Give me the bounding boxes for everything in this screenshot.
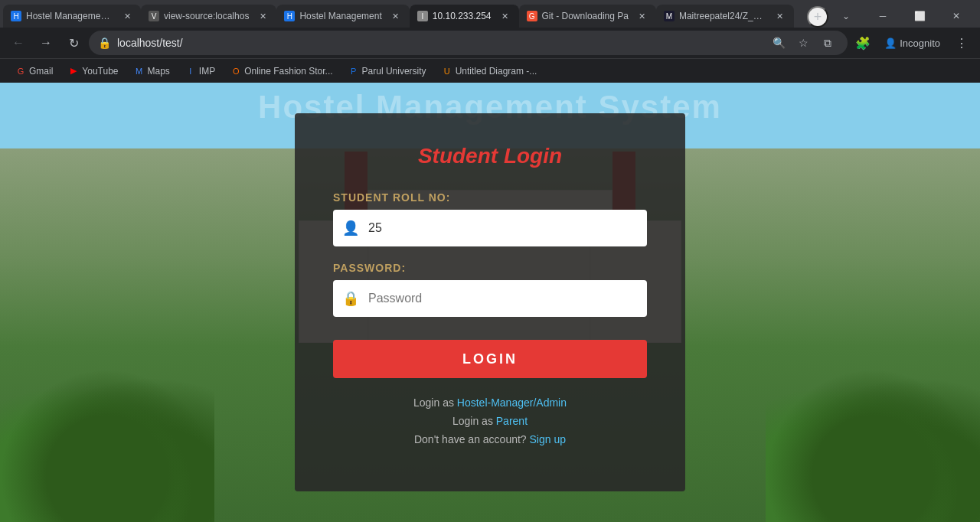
bookmark-favicon: G: [15, 66, 26, 77]
address-bar-row: ← → ↻ 🔒 localhost/test/ 🔍 ☆ ⧉ 🧩 👤 Incogn…: [0, 28, 980, 58]
tab-tab-ip[interactable]: I 10.10.233.254 ✕: [410, 5, 519, 28]
password-input[interactable]: [368, 280, 647, 317]
lock-icon: 🔒: [98, 37, 111, 49]
bookmark-parul-university[interactable]: P Parul University: [342, 63, 433, 80]
bookmark-star-icon[interactable]: ☆: [792, 32, 814, 54]
tab-tab-hostel1[interactable]: H Hostel Management S ✕: [3, 5, 141, 28]
login-title: Student Login: [333, 144, 647, 168]
tab-close-icon[interactable]: ✕: [499, 10, 511, 22]
tab-title: Git - Downloading Pa: [542, 11, 629, 21]
profile-label: Incognito: [900, 38, 940, 49]
bookmark-label: Gmail: [29, 66, 53, 77]
tab-favicon: H: [284, 11, 295, 21]
hostel-manager-prefix: Login as: [413, 396, 457, 409]
bookmark-favicon: M: [134, 66, 145, 77]
hostel-manager-link[interactable]: Hostel-Manager/Admin: [457, 396, 567, 409]
address-text: localhost/test/: [117, 37, 762, 49]
tab-share-icon[interactable]: ⧉: [817, 32, 838, 54]
bookmark-favicon: P: [348, 66, 359, 77]
tab-tab-viewsource[interactable]: V view-source:localhos ✕: [141, 5, 276, 28]
tab-favicon: V: [149, 11, 159, 21]
new-tab-button[interactable]: +: [807, 6, 828, 28]
roll-input-wrapper: 👤: [333, 210, 647, 246]
roll-label: STUDENT ROLL NO:: [333, 191, 647, 204]
tab-title: Hostel Management: [299, 11, 381, 21]
menu-button[interactable]: ⋮: [949, 31, 974, 55]
tab-title: 10.10.233.254: [433, 11, 492, 21]
parent-link[interactable]: Parent: [496, 415, 528, 427]
bookmark-gmail[interactable]: G Gmail: [9, 63, 59, 80]
password-label: PASSWORD:: [333, 262, 647, 274]
password-input-wrapper: 🔒: [333, 280, 647, 317]
tab-close-icon[interactable]: ✕: [121, 10, 133, 22]
minimize-button[interactable]: ─: [865, 5, 900, 28]
close-button[interactable]: ✕: [939, 5, 974, 28]
roll-form-group: STUDENT ROLL NO: 👤: [333, 191, 647, 246]
forward-button[interactable]: →: [34, 31, 58, 55]
parent-link-line: Login as Parent: [333, 415, 647, 427]
tab-title: Maitreepatel24/Z_HO: [679, 11, 766, 21]
hostel-manager-link-line: Login as Hostel-Manager/Admin: [333, 396, 647, 409]
lens-icon[interactable]: 🔍: [768, 32, 789, 54]
tab-favicon: H: [11, 11, 21, 21]
bookmark-label: Online Fashion Stor...: [244, 66, 332, 77]
bookmark-label: Untitled Diagram -...: [456, 66, 537, 77]
bookmark-label: IMP: [199, 66, 215, 77]
tab-title: view-source:localhos: [164, 11, 249, 21]
bookmark-imp[interactable]: I IMP: [179, 63, 221, 80]
password-form-group: PASSWORD: 🔒: [333, 262, 647, 317]
user-icon: 👤: [333, 220, 368, 237]
login-modal-overlay: Student Login STUDENT ROLL NO: 👤 PASSWOR…: [0, 83, 980, 522]
login-links: Login as Hostel-Manager/Admin Login as P…: [333, 396, 647, 445]
bookmarks-bar: G Gmail ▶ YouTube M Maps I IMP O Online …: [0, 58, 980, 83]
tab-close-icon[interactable]: ✕: [636, 10, 648, 22]
back-button[interactable]: ←: [6, 31, 31, 55]
window-controls: ⌄ ─ ⬜ ✕: [828, 5, 977, 28]
bookmark-label: Maps: [148, 66, 170, 77]
bookmark-maps[interactable]: M Maps: [128, 63, 176, 80]
tab-tab-git[interactable]: G Git - Downloading Pa ✕: [519, 5, 656, 28]
tab-favicon: I: [417, 11, 428, 21]
tab-close-icon[interactable]: ✕: [774, 10, 786, 22]
bookmark-favicon: I: [185, 66, 196, 77]
tab-close-icon[interactable]: ✕: [390, 10, 402, 22]
bookmark-online-fashion-stor---[interactable]: O Online Fashion Stor...: [224, 63, 338, 80]
address-actions: 🔍 ☆ ⧉: [768, 32, 838, 54]
signup-link[interactable]: Sign up: [530, 433, 566, 445]
bookmark-untitled-diagram-----[interactable]: U Untitled Diagram -...: [436, 63, 544, 80]
bookmark-favicon: ▶: [68, 66, 79, 77]
bookmark-favicon: U: [442, 66, 452, 77]
bookmark-label: Parul University: [362, 66, 426, 77]
signup-prefix: Don't have an account?: [414, 433, 530, 445]
maximize-button[interactable]: ⬜: [902, 5, 937, 28]
extensions-button[interactable]: 🧩: [851, 31, 875, 55]
tab-bar: H Hostel Management S ✕ V view-source:lo…: [0, 0, 980, 28]
tab-favicon: M: [664, 11, 675, 21]
profile-button[interactable]: 👤 Incognito: [878, 34, 946, 52]
reload-button[interactable]: ↻: [61, 31, 86, 55]
tab-favicon: G: [527, 11, 537, 21]
tab-close-icon[interactable]: ✕: [256, 10, 269, 22]
roll-input[interactable]: [368, 210, 647, 246]
parent-prefix: Login as: [452, 415, 496, 427]
bookmark-youtube[interactable]: ▶ YouTube: [62, 63, 124, 80]
login-modal: Student Login STUDENT ROLL NO: 👤 PASSWOR…: [295, 113, 685, 491]
page-content: Hostel Management System Student Login S…: [0, 83, 980, 522]
signup-link-line: Don't have an account? Sign up: [333, 433, 647, 445]
tab-tab-hostel2[interactable]: H Hostel Management ✕: [276, 5, 409, 28]
login-button[interactable]: LOGIN: [333, 340, 647, 378]
bookmark-favicon: O: [230, 66, 241, 77]
browser-chrome: H Hostel Management S ✕ V view-source:lo…: [0, 0, 980, 83]
lock-input-icon: 🔒: [333, 290, 368, 307]
tab-tab-maitree[interactable]: M Maitreepatel24/Z_HO ✕: [656, 5, 794, 28]
tab-bar-inner: H Hostel Management S ✕ V view-source:lo…: [3, 5, 804, 28]
tab-title: Hostel Management S: [26, 11, 113, 21]
address-bar[interactable]: 🔒 localhost/test/ 🔍 ☆ ⧉: [89, 31, 848, 55]
bookmark-label: YouTube: [82, 66, 118, 77]
tab-search-button[interactable]: ⌄: [828, 5, 864, 28]
profile-icon: 👤: [884, 38, 897, 49]
